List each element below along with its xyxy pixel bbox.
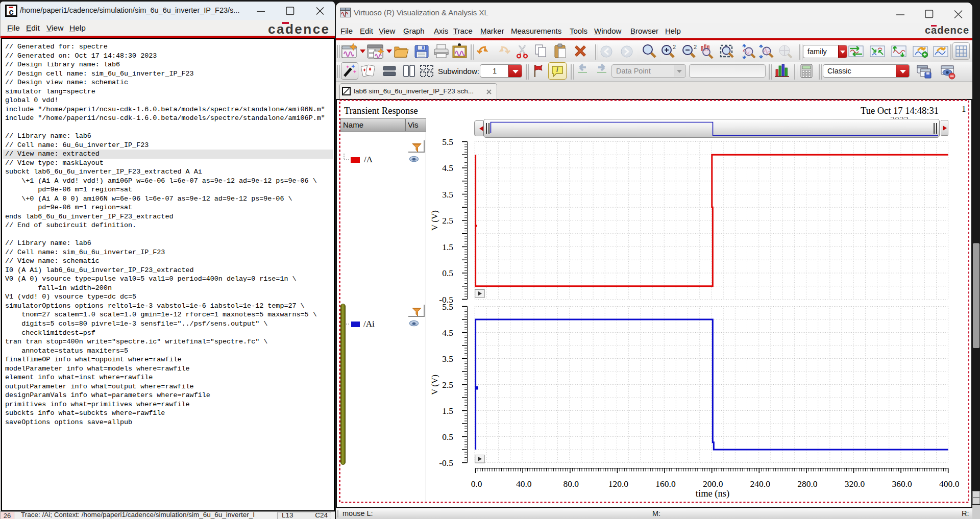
- svg-text:280.0: 280.0: [797, 479, 818, 489]
- svg-text:40.0: 40.0: [516, 479, 532, 489]
- svg-text:80.0: 80.0: [563, 479, 579, 489]
- svg-text:-0.5: -0.5: [439, 458, 453, 468]
- svg-text:360.0: 360.0: [892, 479, 912, 489]
- svg-text:160.0: 160.0: [655, 479, 676, 489]
- svg-text:1.5: 1.5: [442, 242, 453, 252]
- svg-text:5.5: 5.5: [442, 137, 453, 147]
- svg-text:120.0: 120.0: [608, 479, 629, 489]
- svg-text:2: 2: [673, 44, 676, 50]
- svg-text:3.5: 3.5: [442, 354, 453, 364]
- svg-text:200.0: 200.0: [703, 479, 723, 489]
- svg-text:4.5: 4.5: [442, 328, 453, 338]
- svg-text:3.5: 3.5: [442, 189, 453, 200]
- svg-text:V (V): V (V): [430, 375, 439, 395]
- svg-text:320.0: 320.0: [845, 479, 865, 489]
- svg-text:time (ns): time (ns): [696, 488, 729, 499]
- svg-text:2: 2: [694, 44, 697, 50]
- svg-text:0.5: 0.5: [442, 432, 453, 442]
- svg-text:2.5: 2.5: [442, 380, 453, 390]
- svg-text:0.5: 0.5: [442, 268, 453, 278]
- svg-text:240.0: 240.0: [750, 479, 771, 489]
- svg-text:1.5: 1.5: [442, 406, 453, 416]
- svg-text:4.5: 4.5: [442, 163, 453, 173]
- svg-text:2.5: 2.5: [442, 215, 453, 226]
- svg-text:0.0: 0.0: [471, 479, 482, 489]
- svg-text:400.0: 400.0: [939, 479, 960, 489]
- svg-text:V (V): V (V): [430, 210, 439, 231]
- svg-text:5.5: 5.5: [442, 302, 453, 312]
- svg-text:c: c: [9, 7, 13, 17]
